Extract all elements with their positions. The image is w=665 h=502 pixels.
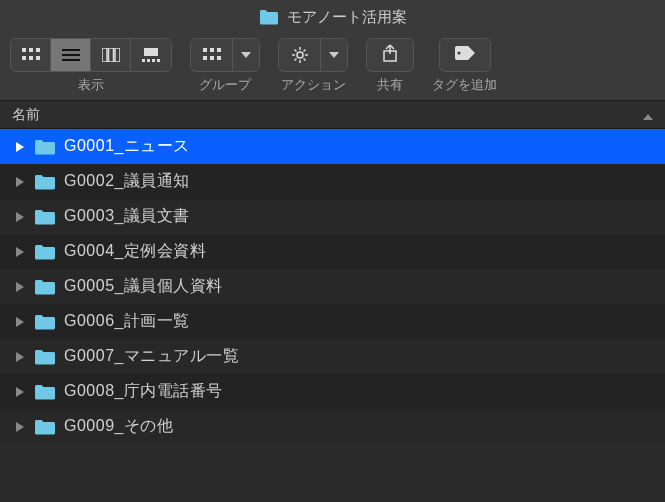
file-name: G0008_庁内電話番号 — [64, 381, 223, 402]
svg-rect-18 — [210, 48, 214, 52]
svg-rect-20 — [203, 56, 207, 60]
share-group: 共有 — [366, 38, 414, 98]
svg-rect-12 — [144, 48, 158, 56]
column-name-label: 名前 — [12, 106, 40, 124]
disclosure-triangle-icon[interactable] — [14, 422, 26, 432]
file-row[interactable]: G0008_庁内電話番号 — [0, 374, 665, 409]
view-icon-button[interactable] — [11, 39, 51, 71]
file-row[interactable]: G0005_議員個人資料 — [0, 269, 665, 304]
toolbar: 表示 グループ アクション 共有 — [0, 34, 665, 101]
file-name: G0006_計画一覧 — [64, 311, 190, 332]
view-list-button[interactable] — [51, 39, 91, 71]
svg-rect-22 — [217, 56, 221, 60]
chevron-down-icon[interactable] — [321, 39, 347, 71]
svg-rect-5 — [36, 56, 40, 60]
svg-point-23 — [297, 52, 303, 58]
svg-rect-21 — [210, 56, 214, 60]
folder-icon — [34, 174, 56, 190]
file-row[interactable]: G0004_定例会資料 — [0, 234, 665, 269]
tag-icon — [454, 45, 476, 65]
add-tag-button[interactable] — [439, 38, 491, 72]
svg-rect-8 — [62, 59, 80, 61]
disclosure-triangle-icon[interactable] — [14, 387, 26, 397]
folder-icon — [259, 9, 279, 25]
disclosure-triangle-icon[interactable] — [14, 247, 26, 257]
disclosure-triangle-icon[interactable] — [14, 212, 26, 222]
svg-rect-3 — [22, 56, 26, 60]
svg-rect-11 — [115, 48, 120, 62]
svg-line-29 — [303, 59, 305, 61]
tag-label: タグを追加 — [432, 76, 497, 98]
svg-rect-17 — [203, 48, 207, 52]
file-name: G0007_マニュアル一覧 — [64, 346, 239, 367]
svg-line-30 — [294, 59, 296, 61]
svg-line-28 — [294, 50, 296, 52]
file-name: G0005_議員個人資料 — [64, 276, 223, 297]
svg-rect-0 — [22, 48, 26, 52]
file-row[interactable]: G0002_議員通知 — [0, 164, 665, 199]
folder-icon — [34, 279, 56, 295]
folder-icon — [34, 314, 56, 330]
share-label: 共有 — [377, 76, 403, 98]
svg-rect-10 — [108, 48, 113, 62]
window-title: モアノート活用案 — [287, 8, 407, 27]
file-list: G0001_ニュースG0002_議員通知G0003_議員文書G0004_定例会資… — [0, 129, 665, 444]
folder-icon — [34, 384, 56, 400]
svg-rect-16 — [157, 59, 160, 62]
disclosure-triangle-icon[interactable] — [14, 317, 26, 327]
action-group: アクション — [278, 38, 348, 98]
action-dropdown[interactable] — [278, 38, 348, 72]
group-by-group: グループ — [190, 38, 260, 98]
file-name: G0002_議員通知 — [64, 171, 190, 192]
disclosure-triangle-icon[interactable] — [14, 282, 26, 292]
sort-chevron-icon — [643, 107, 653, 123]
svg-rect-4 — [29, 56, 33, 60]
svg-rect-14 — [147, 59, 150, 62]
svg-rect-1 — [29, 48, 33, 52]
file-name: G0003_議員文書 — [64, 206, 190, 227]
folder-icon — [34, 139, 56, 155]
share-icon — [382, 44, 398, 66]
svg-rect-7 — [62, 54, 80, 56]
svg-rect-9 — [102, 48, 107, 62]
disclosure-triangle-icon[interactable] — [14, 352, 26, 362]
folder-icon — [34, 209, 56, 225]
group-label: グループ — [199, 76, 251, 98]
svg-rect-19 — [217, 48, 221, 52]
view-columns-button[interactable] — [91, 39, 131, 71]
column-header[interactable]: 名前 — [0, 101, 665, 129]
file-row[interactable]: G0009_その他 — [0, 409, 665, 444]
svg-rect-2 — [36, 48, 40, 52]
folder-icon — [34, 419, 56, 435]
disclosure-triangle-icon[interactable] — [14, 142, 26, 152]
file-name: G0004_定例会資料 — [64, 241, 206, 262]
view-gallery-button[interactable] — [131, 39, 171, 71]
gear-icon[interactable] — [279, 39, 321, 71]
titlebar: モアノート活用案 — [0, 0, 665, 34]
view-label: 表示 — [78, 76, 104, 98]
svg-rect-6 — [62, 49, 80, 51]
file-row[interactable]: G0006_計画一覧 — [0, 304, 665, 339]
file-row[interactable]: G0001_ニュース — [0, 129, 665, 164]
group-dropdown[interactable] — [190, 38, 260, 72]
view-switch-group: 表示 — [10, 38, 172, 98]
tag-group: タグを追加 — [432, 38, 497, 98]
svg-point-33 — [457, 51, 460, 54]
file-name: G0001_ニュース — [64, 136, 190, 157]
group-main-icon[interactable] — [191, 39, 233, 71]
folder-icon — [34, 349, 56, 365]
action-label: アクション — [281, 76, 346, 98]
disclosure-triangle-icon[interactable] — [14, 177, 26, 187]
chevron-down-icon[interactable] — [233, 39, 259, 71]
share-button[interactable] — [366, 38, 414, 72]
view-segmented-control — [10, 38, 172, 72]
file-name: G0009_その他 — [64, 416, 173, 437]
svg-line-31 — [303, 50, 305, 52]
svg-rect-15 — [152, 59, 155, 62]
svg-rect-13 — [142, 59, 145, 62]
folder-icon — [34, 244, 56, 260]
file-row[interactable]: G0007_マニュアル一覧 — [0, 339, 665, 374]
file-row[interactable]: G0003_議員文書 — [0, 199, 665, 234]
